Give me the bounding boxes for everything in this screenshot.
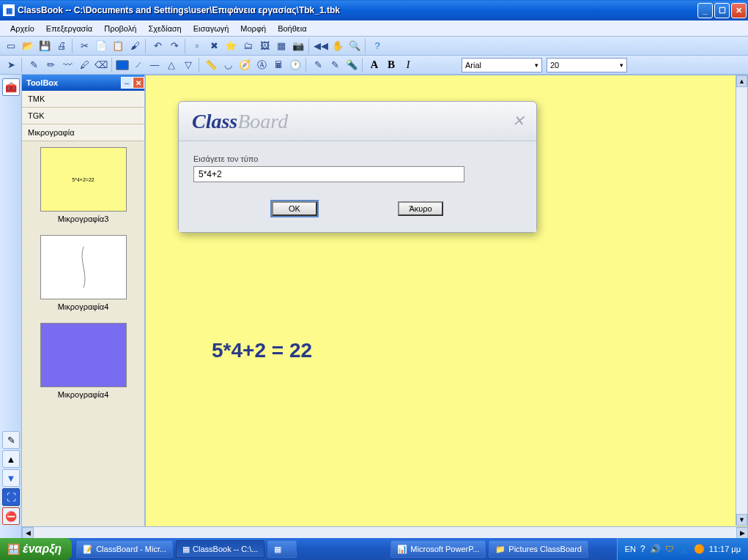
pen2-icon[interactable]: ✏ [42,57,59,73]
hand-icon[interactable]: ✋ [330,38,346,54]
menu-view[interactable]: Προβολή [98,23,142,34]
toolbox-section-tmk[interactable]: TMK [22,91,144,108]
menu-design[interactable]: Σχεδίαση [142,23,187,34]
compass-drawing-icon[interactable]: 🧭 [237,57,253,73]
fullscreen-icon[interactable]: ⛶ [2,488,20,506]
highlight2-icon[interactable]: ✎ [327,57,343,73]
font-name-select[interactable]: Arial ▾ [462,58,542,72]
folder-icon: 📁 [495,545,506,554]
menu-help[interactable]: Βοήθεια [272,23,312,34]
rail-toolbox-icon[interactable]: 🧰 [2,78,20,96]
thumbnail-item[interactable]: 5*4+2=22 Μικρογραφία3 [22,147,144,223]
save-icon[interactable]: 💾 [37,38,53,54]
panel-pin-icon[interactable]: ↔ [121,77,133,89]
minimize-button[interactable]: _ [697,3,713,18]
tray-network-icon[interactable]: 🔊 [650,544,661,554]
paste-icon[interactable]: 📋 [110,38,126,54]
scroll-right-icon[interactable]: ▶ [736,527,748,539]
menu-edit[interactable]: Επεξεργασία [40,23,98,34]
ruler-icon[interactable]: 📏 [203,57,219,73]
app-icon: ▦ [182,545,190,554]
calculator-icon[interactable]: 🖩 [270,57,286,73]
scroll-up-icon[interactable]: ▲ [736,75,747,87]
start-button[interactable]: έναρξη [0,538,72,560]
tray-msn-icon[interactable]: 👤 [678,544,689,554]
taskbar-item[interactable]: ▦ [267,540,297,558]
down-arrow-icon[interactable]: ▼ [2,469,20,487]
hscroll-track[interactable] [34,527,736,538]
clock-icon[interactable]: 🕐 [287,57,303,73]
spotlight-icon[interactable]: 🔦 [344,57,360,73]
star-icon[interactable]: ⭐ [223,38,239,54]
help-icon[interactable]: ? [369,38,385,54]
tray-shield-icon[interactable]: 🛡 [665,544,674,554]
panel-close-icon[interactable]: ✕ [133,77,144,89]
image-icon[interactable]: 🖼 [256,38,273,54]
zoom-icon[interactable]: 🔍 [347,38,363,54]
cut-icon[interactable]: ✂ [76,38,92,54]
dialog-close-icon[interactable]: ✕ [512,112,525,130]
title-bar: ▦ ClassBook -- C:\Documents and Settings… [0,0,748,20]
annotate-icon[interactable]: ✎ [2,431,20,449]
vscroll-track[interactable] [736,87,747,514]
horizontal-scrollbar[interactable]: ◀ ▶ [22,526,748,538]
taskbar-item[interactable]: 📝ClassBoard - Micr... [76,540,173,558]
formula-input[interactable]: 5*4+2 [193,166,464,182]
new-icon[interactable]: ▭ [3,38,19,54]
ok-button[interactable]: OK [272,201,317,216]
bold-button[interactable]: B [383,57,399,73]
tray-help-icon[interactable]: ? [640,544,645,554]
copy-icon[interactable]: 📄 [93,38,109,54]
protractor-icon[interactable]: ◡ [220,57,236,73]
gallery-icon[interactable]: 🗂 [240,38,256,54]
tray-av-icon[interactable]: 🟠 [694,544,705,554]
maximize-button[interactable]: ☐ [714,3,730,18]
pen3-icon[interactable]: 〰 [59,57,75,73]
line-icon[interactable]: ⟋ [130,57,146,73]
thumbnail-item[interactable]: Μικρογραφία4 [22,323,144,399]
linestyle-icon[interactable]: — [147,57,163,73]
clock[interactable]: 11:17 μμ [709,545,741,553]
menu-format[interactable]: Μορφή [234,23,272,34]
camera-icon[interactable]: 📷 [290,38,306,54]
italic-button[interactable]: I [400,57,416,73]
word-icon: 📝 [83,545,93,554]
open-icon[interactable]: 📂 [20,38,36,54]
scroll-left-icon[interactable]: ◀ [22,527,34,539]
toolbox-section-tgk[interactable]: TGK [22,108,144,124]
taskbar-item[interactable]: ▦ClassBook -- C:\... [176,540,264,558]
redo-icon[interactable]: ↷ [166,38,182,54]
compass2-icon[interactable]: Ⓐ [253,57,270,73]
vertical-scrollbar[interactable]: ▲ ▼ [736,75,747,526]
shape-icon[interactable]: ▽ [180,57,196,73]
table-icon[interactable]: ▦ [273,38,289,54]
menu-file[interactable]: Αρχείο [4,23,40,34]
canvas[interactable]: 5*4+2 = 22 ClassBoard ✕ Εισάγετε τον τύπ… [145,75,748,538]
undo-icon[interactable]: ↶ [149,38,166,54]
highlighter-icon[interactable]: 🖊 [76,57,92,73]
pointer-icon[interactable]: ➤ [3,57,19,73]
stop-icon[interactable]: ⛔ [2,507,20,525]
font-size-select[interactable]: 20 ▾ [547,58,627,72]
brush-icon[interactable]: 🖌 [127,38,143,54]
delete-page-icon[interactable]: ✖ [206,38,222,54]
scroll-down-icon[interactable]: ▼ [736,514,747,526]
language-indicator[interactable]: EN [625,545,636,553]
text-tool-icon[interactable]: A [366,57,382,73]
up-arrow-icon[interactable]: ▲ [2,450,20,468]
print-icon[interactable]: 🖨 [53,38,70,54]
eraser-icon[interactable]: ⌫ [93,57,109,73]
toolbox-section-thumbnails[interactable]: Μικρογραφία [22,124,144,141]
thumbnail-item[interactable]: Μικρογραφία4 [22,235,144,311]
prev-icon[interactable]: ◀◀ [313,38,329,54]
menu-insert[interactable]: Εισαγωγή [188,23,235,34]
triangle-icon[interactable]: △ [163,57,179,73]
taskbar-item[interactable]: 📊Microsoft PowerP... [390,540,486,558]
highlight1-icon[interactable]: ✎ [310,57,326,73]
page-icon[interactable]: ▫ [189,38,205,54]
color-swatch[interactable] [116,60,129,70]
close-button[interactable]: ✕ [731,3,747,18]
taskbar-item[interactable]: 📁Pictures ClassBoard [489,540,588,558]
cancel-button[interactable]: Άκυρο [398,201,443,216]
pen-icon[interactable]: ✎ [26,57,42,73]
